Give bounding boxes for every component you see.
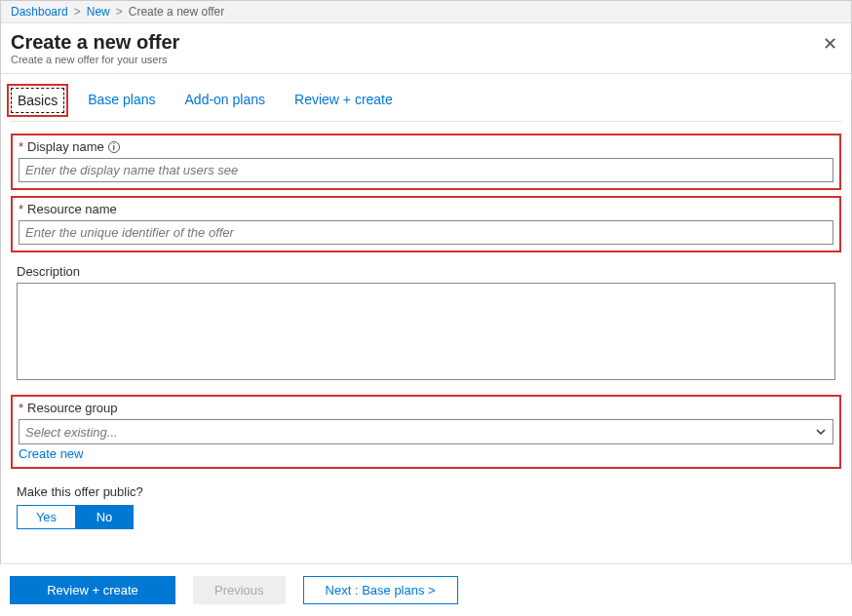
description-field-group: Description bbox=[11, 260, 841, 389]
resource-name-field-group: * Resource name bbox=[11, 196, 841, 252]
tab-addon-plans[interactable]: Add-on plans bbox=[179, 88, 272, 113]
description-label-text: Description bbox=[17, 264, 80, 279]
resource-group-label: * Resource group bbox=[19, 401, 833, 415]
review-create-button[interactable]: Review + create bbox=[10, 576, 175, 604]
breadcrumb-separator: > bbox=[116, 5, 123, 19]
public-yes-button[interactable]: Yes bbox=[17, 505, 75, 529]
previous-button: Previous bbox=[193, 576, 286, 604]
description-input[interactable] bbox=[17, 283, 835, 380]
resource-name-label-text: Resource name bbox=[27, 202, 117, 216]
info-icon[interactable]: i bbox=[108, 141, 120, 153]
breadcrumb-current: Create a new offer bbox=[129, 5, 225, 19]
tab-base-plans[interactable]: Base plans bbox=[82, 88, 161, 113]
display-name-label: * Display name i bbox=[19, 139, 833, 154]
resource-group-placeholder: Select existing... bbox=[25, 425, 118, 440]
form-area: * Display name i * Resource name Descrip… bbox=[1, 122, 851, 535]
page-title: Create a new offer bbox=[11, 31, 841, 54]
required-asterisk: * bbox=[19, 202, 23, 216]
resource-group-field-group: * Resource group Select existing... Crea… bbox=[11, 395, 841, 469]
breadcrumb-dashboard[interactable]: Dashboard bbox=[11, 5, 68, 19]
next-button[interactable]: Next : Base plans > bbox=[303, 576, 458, 604]
tab-review-create[interactable]: Review + create bbox=[289, 88, 399, 113]
footer-bar: Review + create Previous Next : Base pla… bbox=[0, 563, 852, 616]
display-name-label-text: Display name bbox=[27, 139, 104, 154]
make-public-label: Make this offer public? bbox=[17, 484, 835, 499]
breadcrumb-separator: > bbox=[74, 5, 81, 19]
display-name-input[interactable] bbox=[19, 158, 833, 182]
tab-bar: Basics Base plans Add-on plans Review + … bbox=[1, 74, 851, 121]
page-header: Create a new offer Create a new offer fo… bbox=[1, 23, 851, 67]
public-no-button[interactable]: No bbox=[75, 505, 134, 529]
make-public-group: Make this offer public? Yes No bbox=[11, 484, 841, 529]
resource-name-input[interactable] bbox=[19, 220, 833, 245]
page-subtitle: Create a new offer for your users bbox=[11, 54, 841, 65]
breadcrumb: Dashboard > New > Create a new offer bbox=[1, 1, 851, 23]
resource-group-label-text: Resource group bbox=[27, 401, 118, 415]
create-new-link[interactable]: Create new bbox=[19, 446, 83, 461]
required-asterisk: * bbox=[19, 401, 23, 415]
description-label: Description bbox=[17, 264, 835, 279]
resource-name-label: * Resource name bbox=[19, 202, 833, 216]
required-asterisk: * bbox=[19, 139, 23, 154]
chevron-down-icon bbox=[815, 426, 827, 438]
public-toggle: Yes No bbox=[17, 505, 835, 529]
close-icon[interactable]: ✕ bbox=[823, 33, 837, 55]
breadcrumb-new[interactable]: New bbox=[87, 5, 110, 19]
tab-basics[interactable]: Basics bbox=[11, 88, 64, 113]
resource-group-select[interactable]: Select existing... bbox=[19, 419, 833, 444]
display-name-field-group: * Display name i bbox=[11, 134, 841, 190]
